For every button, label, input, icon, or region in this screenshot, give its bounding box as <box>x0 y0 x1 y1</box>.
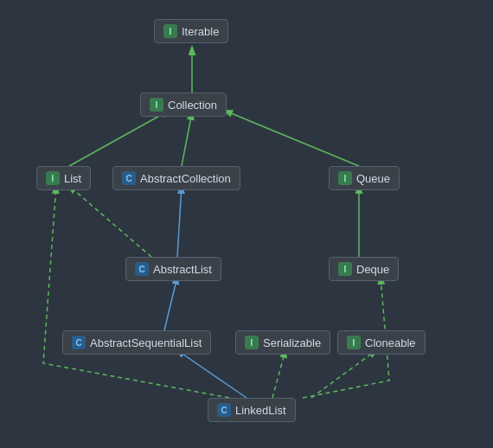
svg-line-7 <box>164 277 177 330</box>
node-abstract-list: C AbstractList <box>125 257 221 281</box>
node-iterable: I Iterable <box>154 19 228 43</box>
node-queue: I Queue <box>329 166 400 190</box>
label-collection: Collection <box>168 99 217 112</box>
node-abstract-sequential-list: C AbstractSequentialList <box>62 330 211 355</box>
node-list: I List <box>36 166 91 190</box>
icon-queue: I <box>338 171 352 185</box>
node-collection: I Collection <box>140 93 227 117</box>
icon-linked-list: C <box>217 403 231 417</box>
svg-line-2 <box>182 112 192 166</box>
label-deque: Deque <box>356 263 389 276</box>
icon-collection: I <box>150 98 163 112</box>
label-linked-list: LinkedList <box>235 404 286 417</box>
svg-line-3 <box>225 111 359 166</box>
label-list: List <box>64 172 81 185</box>
node-linked-list: C LinkedList <box>208 398 296 422</box>
icon-abstract-list: C <box>135 262 149 276</box>
icon-abstract-collection: C <box>122 171 136 185</box>
node-cloneable: I Cloneable <box>337 330 426 355</box>
svg-line-5 <box>69 186 151 257</box>
svg-line-8 <box>177 350 246 398</box>
icon-iterable: I <box>163 24 177 38</box>
svg-line-9 <box>272 350 285 398</box>
node-deque: I Deque <box>329 257 399 281</box>
label-iterable: Iterable <box>182 25 219 38</box>
icon-deque: I <box>338 262 352 276</box>
icon-cloneable: I <box>347 336 361 349</box>
svg-line-10 <box>311 350 376 398</box>
icon-abstract-sequential-list: C <box>72 336 86 349</box>
icon-serializable: I <box>245 336 259 349</box>
diagram-container: I Iterable I Collection I List C Abstrac… <box>0 0 493 448</box>
label-queue: Queue <box>356 172 390 185</box>
label-abstract-collection: AbstractCollection <box>140 172 231 185</box>
label-cloneable: Cloneable <box>365 336 416 349</box>
arrows-svg <box>0 0 493 448</box>
node-serializable: I Serializable <box>235 330 330 355</box>
icon-list: I <box>46 171 60 185</box>
node-abstract-collection: C AbstractCollection <box>112 166 240 190</box>
label-abstract-sequential-list: AbstractSequentialList <box>90 336 202 349</box>
svg-line-1 <box>69 111 169 166</box>
label-abstract-list: AbstractList <box>153 263 212 276</box>
svg-line-6 <box>177 186 182 257</box>
label-serializable: Serializable <box>263 336 321 349</box>
